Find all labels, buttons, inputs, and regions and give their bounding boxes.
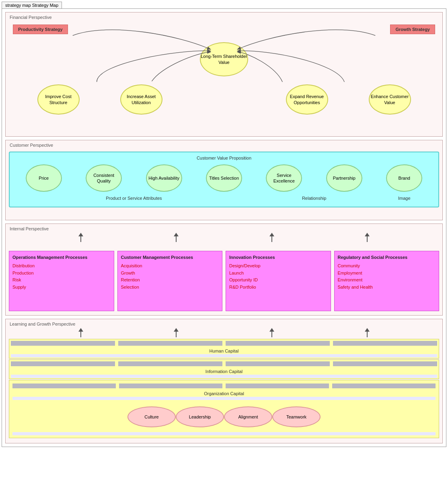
financial-oval-2: Expand Revenue Opportunities — [286, 84, 328, 115]
learn-arrow-2 — [174, 328, 179, 337]
organization-capital-strip: Organization Capital Culture Leadership … — [9, 380, 439, 438]
cvp-oval-6: Brand — [386, 164, 422, 192]
process-box-3-item-3: Safety and Health — [338, 284, 436, 291]
information-capital-strip: Information Capital — [9, 359, 439, 379]
internal-section: Internal Perspective Operations Man — [5, 224, 443, 316]
relationship-label: Relationship — [254, 196, 374, 201]
growth-strategy-badge: Growth Strategy — [390, 25, 435, 34]
central-node: Long-Term Shareholder Value — [200, 42, 248, 76]
learning-section: Learning and Growth Perspective — [5, 319, 443, 443]
main-container: Financial Perspective Productivity Strat… — [2, 8, 446, 447]
cvp-oval-2: High Availability — [146, 164, 182, 192]
process-box-1-item-0: Acquisition — [121, 263, 219, 270]
financial-oval-1: Increase Asset Utilization — [120, 84, 162, 115]
process-box-2-title: Innovation Processes — [229, 254, 327, 260]
human-capital-label: Human Capital — [210, 349, 239, 353]
connector-arrow-1 — [78, 233, 83, 242]
information-capital-label: Information Capital — [206, 369, 242, 374]
process-box-0-item-2: Risk — [12, 277, 111, 284]
learn-arrow-4 — [365, 328, 370, 337]
human-capital-strip: Human Capital — [9, 339, 439, 359]
process-box-1-item-2: Retention — [121, 277, 219, 284]
process-box-0-item-1: Production — [12, 270, 111, 277]
cvp-oval-0: Price — [26, 164, 62, 192]
process-box-3-item-1: Employment — [338, 270, 436, 277]
title-tab: strategy map Strategy Map — [2, 2, 62, 8]
process-box-1-title: Customer Management Processes — [121, 254, 219, 260]
process-box-1-item-3: Selection — [121, 284, 219, 291]
org-oval-1: Leadership — [176, 406, 224, 427]
process-box-2: Innovation Processes Design/Develop Laun… — [226, 251, 331, 311]
process-box-3: Regulatory and Social Processes Communit… — [334, 251, 440, 311]
process-box-1-item-1: Growth — [121, 270, 219, 277]
process-box-0-item-0: Distribution — [12, 263, 111, 270]
connector-arrow-4 — [365, 233, 370, 242]
financial-oval-3: Enhance Customer Value — [369, 84, 411, 115]
process-box-2-item-3: R&D Portfolio — [229, 284, 327, 291]
learning-label: Learning and Growth Perspective — [10, 322, 75, 326]
internal-label: Internal Perspective — [10, 226, 49, 231]
cvp-oval-4: Service Excellence — [266, 164, 302, 192]
learn-arrow-1 — [78, 328, 83, 337]
process-box-3-item-2: Environment — [338, 277, 436, 284]
learn-arrow-3 — [269, 328, 274, 337]
cvp-oval-3: Titles Selection — [206, 164, 242, 192]
connector-arrow-3 — [269, 233, 274, 242]
process-box-0: Operations Management Processes Distribu… — [9, 251, 114, 311]
cvp-oval-5: Partnership — [326, 164, 362, 192]
financial-oval-0: Improve Cost Structure — [37, 84, 80, 115]
process-box-1: Customer Management Processes Acquisitio… — [117, 251, 223, 311]
process-box-0-item-3: Supply — [12, 284, 111, 291]
product-attr-label: Product or Service Attributes — [14, 196, 254, 201]
financial-section: Financial Perspective Productivity Strat… — [5, 12, 443, 137]
process-box-3-title: Regulatory and Social Processes — [338, 254, 436, 260]
process-box-0-title: Operations Management Processes — [12, 254, 111, 260]
process-box-2-item-0: Design/Develop — [229, 263, 327, 270]
connector-arrow-2 — [174, 233, 179, 242]
productivity-strategy-badge: Productivity Strategy — [13, 25, 68, 34]
process-box-2-item-2: Opportunity ID — [229, 277, 327, 284]
image-label: Image — [374, 196, 434, 201]
organization-capital-label: Organization Capital — [204, 391, 244, 396]
cvp-title: Customer Value Proposition — [14, 156, 434, 160]
process-box-2-item-1: Launch — [229, 270, 327, 277]
cvp-oval-1: Consistent Quality — [86, 164, 122, 192]
customer-section: Customer Perspective Customer Value Prop… — [5, 140, 443, 220]
org-oval-0: Culture — [127, 406, 176, 427]
process-box-3-item-0: Community — [338, 263, 436, 270]
customer-label: Customer Perspective — [10, 143, 53, 148]
org-oval-2: Alignment — [224, 406, 272, 427]
org-oval-3: Teamwork — [272, 406, 321, 427]
